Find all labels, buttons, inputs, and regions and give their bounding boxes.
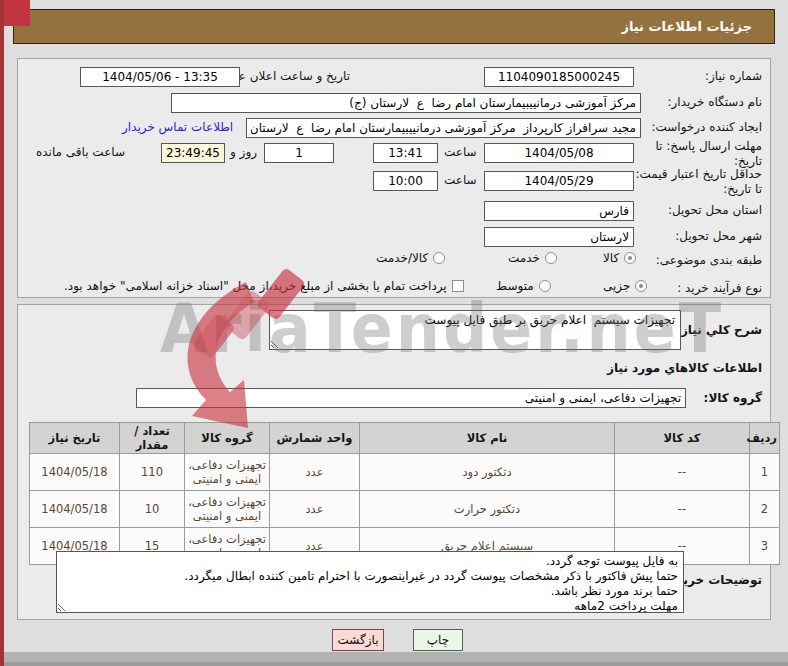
general-info-panel: شماره نیاز: تاریخ و ساعت اعلان عمومی: نا… bbox=[17, 58, 771, 298]
cell-item-code: -- bbox=[615, 491, 750, 528]
cell-row-number: 1 bbox=[750, 454, 780, 491]
col-unit: واحد شمارش bbox=[270, 423, 360, 454]
price-validity-label: حداقل تاریخ اعتبار قیمت: تا تاریخ: bbox=[632, 167, 762, 197]
reply-deadline-hour-label: ساعت bbox=[444, 145, 477, 159]
radio-medium-icon[interactable] bbox=[539, 280, 551, 292]
radio-medium-label: متوسط bbox=[496, 279, 534, 293]
buyer-org-label: نام دستگاه خریدار: bbox=[668, 95, 763, 109]
remaining-days-field[interactable] bbox=[264, 143, 334, 163]
radio-partial-label: جزیی bbox=[603, 279, 630, 293]
need-details-page: جزئیات اطلاعات نیاز شماره نیاز: تاریخ و … bbox=[0, 0, 788, 666]
cell-quantity: 110 bbox=[120, 454, 185, 491]
radio-service-icon[interactable] bbox=[545, 252, 557, 264]
need-number-label: شماره نیاز: bbox=[705, 69, 762, 83]
back-button-label: بازگشت bbox=[338, 633, 379, 647]
reply-deadline-label: مهلت ارسال پاسخ: تا تاریخ: bbox=[644, 139, 762, 169]
goods-group-field[interactable] bbox=[136, 388, 686, 408]
radio-goods-service-icon[interactable] bbox=[433, 252, 445, 264]
radio-goods-selected-icon[interactable] bbox=[624, 252, 636, 264]
delivery-city-field[interactable] bbox=[484, 227, 634, 247]
need-description-label: شرح کلي نیاز: bbox=[676, 323, 762, 337]
price-validity-time-field[interactable] bbox=[373, 171, 438, 191]
col-item-code: کد کالا bbox=[615, 423, 750, 454]
process-type-label: نوع فرآیند خرید : bbox=[677, 281, 762, 295]
days-and-label: روز و bbox=[230, 145, 257, 159]
print-button[interactable]: چاپ bbox=[413, 629, 463, 651]
cell-unit: عدد bbox=[270, 454, 360, 491]
delivery-province-field[interactable] bbox=[484, 201, 634, 221]
delivery-city-label: شهر محل تحویل: bbox=[675, 229, 762, 243]
request-creator-field[interactable] bbox=[246, 118, 641, 138]
cell-item-code: -- bbox=[615, 454, 750, 491]
col-row-number: ردیف bbox=[750, 423, 780, 454]
cell-item-name: دتکتور حرارت bbox=[360, 491, 615, 528]
request-creator-label: ایجاد کننده درخواست: bbox=[651, 120, 762, 134]
cell-need-date: 1404/05/18 bbox=[30, 491, 120, 528]
classification-option-goods: کالا bbox=[603, 251, 636, 265]
table-row: 2 -- دتکتور حرارت عدد تجهیزات دفاعی، ایم… bbox=[30, 491, 780, 528]
cell-need-date: 1404/05/18 bbox=[30, 454, 120, 491]
buyer-notes-textarea[interactable]: به فایل پیوست توجه گردد. حتما پیش فاکتور… bbox=[56, 551, 684, 613]
print-button-label: چاپ bbox=[427, 633, 449, 647]
remaining-hours-label: ساعت باقی مانده bbox=[36, 145, 125, 159]
col-quantity: تعداد / مقدار bbox=[120, 423, 185, 454]
goods-section-title: اطلاعات کالاهاي مورد نیاز bbox=[607, 361, 762, 375]
bottom-strip-dark bbox=[0, 662, 788, 666]
goods-group-label: گروه کالا: bbox=[704, 391, 762, 405]
delivery-province-label: استان محل تحویل: bbox=[668, 203, 762, 217]
cell-item-name: دتکتور دود bbox=[360, 454, 615, 491]
need-number-field[interactable] bbox=[484, 67, 634, 87]
price-validity-hour-label: ساعت bbox=[444, 173, 477, 187]
classification-label: طبقه بندی موضوعی: bbox=[656, 253, 762, 267]
radio-partial-selected-icon[interactable] bbox=[635, 280, 647, 292]
process-option-medium: متوسط bbox=[496, 279, 551, 293]
buyer-contact-link[interactable]: اطلاعات تماس خریدار bbox=[122, 120, 233, 134]
reply-deadline-time-field[interactable] bbox=[373, 143, 438, 163]
radio-goods-label: کالا bbox=[603, 251, 619, 265]
cell-group: تجهیزات دفاعی، ایمنی و امنیتی bbox=[185, 454, 270, 491]
cell-row-number: 2 bbox=[750, 491, 780, 528]
goods-info-panel: شرح کلي نیاز: تجهیزات سیستم اعلام حریق ب… bbox=[17, 304, 771, 620]
radio-service-label: خدمت bbox=[508, 251, 540, 265]
reply-deadline-date-field[interactable] bbox=[484, 143, 634, 163]
col-group: گروه کالا bbox=[185, 423, 270, 454]
page-title-bar: جزئیات اطلاعات نیاز bbox=[13, 9, 775, 44]
col-need-date: تاریخ نیاز bbox=[30, 423, 120, 454]
watermark-frame-corner bbox=[0, 0, 30, 26]
buyer-org-field[interactable] bbox=[171, 93, 641, 113]
treasury-checkbox-icon[interactable] bbox=[452, 280, 464, 292]
price-validity-date-field[interactable] bbox=[484, 171, 634, 191]
watermark-frame-left-strip bbox=[0, 0, 4, 666]
cell-quantity: 10 bbox=[120, 491, 185, 528]
back-button[interactable]: بازگشت bbox=[332, 629, 384, 651]
remaining-time-field[interactable] bbox=[161, 143, 225, 163]
announce-datetime-field[interactable] bbox=[80, 67, 240, 87]
page-title: جزئیات اطلاعات نیاز bbox=[621, 19, 752, 34]
classification-option-goods-service: کالا/خدمت bbox=[376, 251, 445, 265]
process-option-partial: جزیی bbox=[603, 279, 647, 293]
col-item-name: نام کالا bbox=[360, 423, 615, 454]
treasury-payment-option: پرداخت تمام یا بخشی از مبلغ خرید،از محل … bbox=[64, 279, 464, 293]
classification-option-service: خدمت bbox=[508, 251, 557, 265]
table-row: 1 -- دتکتور دود عدد تجهیزات دفاعی، ایمنی… bbox=[30, 454, 780, 491]
treasury-note-label: پرداخت تمام یا بخشی از مبلغ خرید،از محل … bbox=[64, 279, 447, 293]
cell-group: تجهیزات دفاعی، ایمنی و امنیتی bbox=[185, 491, 270, 528]
goods-table: ردیف کد کالا نام کالا واحد شمارش گروه کا… bbox=[29, 422, 780, 565]
cell-unit: عدد bbox=[270, 491, 360, 528]
need-description-textarea[interactable]: تجهیزات سیستم اعلام حریق بر طبق فایل پیو… bbox=[269, 310, 681, 350]
cell-row-number: 3 bbox=[750, 528, 780, 565]
radio-goods-service-label: کالا/خدمت bbox=[376, 251, 428, 265]
goods-table-header-row: ردیف کد کالا نام کالا واحد شمارش گروه کا… bbox=[30, 423, 780, 454]
